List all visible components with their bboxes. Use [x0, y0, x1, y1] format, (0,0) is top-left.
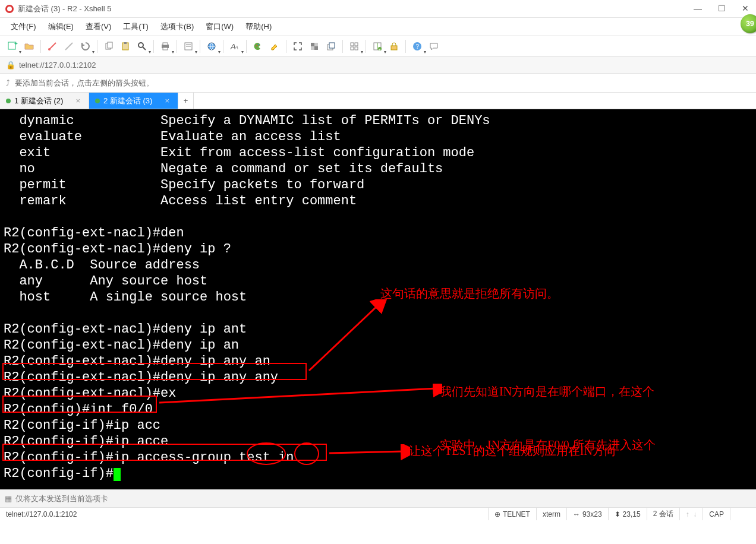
- svg-rect-8: [124, 42, 127, 44]
- copy-icon[interactable]: [101, 39, 116, 54]
- svg-point-9: [138, 43, 143, 48]
- svg-rect-23: [311, 43, 314, 46]
- menu-tabs[interactable]: 选项卡(B): [156, 19, 199, 34]
- status-url: telnet://127.0.0.1:2102: [2, 510, 80, 518]
- annotation-1: 这句话的意思就是拒绝所有访问。: [380, 284, 559, 302]
- highlight-box-1: [2, 363, 307, 380]
- menubar: 文件(F) 编辑(E) 查看(V) 工具(T) 选项卡(B) 窗口(W) 帮助(…: [0, 18, 756, 36]
- close-tab-icon[interactable]: ×: [75, 96, 80, 105]
- svg-rect-6: [108, 42, 112, 48]
- close-tab-icon[interactable]: ×: [165, 96, 169, 105]
- properties-icon[interactable]: ▾: [181, 39, 196, 54]
- connect-icon[interactable]: [45, 39, 60, 54]
- tile-icon[interactable]: ▾: [346, 39, 362, 54]
- toolbar: +▾ ▾ ▾ ▾ ▾ ▾ AA▾ ▾ +▾ ?▾: [0, 36, 756, 57]
- svg-line-39: [309, 305, 378, 371]
- paste-icon[interactable]: [118, 39, 133, 54]
- svg-rect-13: [163, 48, 168, 50]
- window-title: 新建会话 (3) - R2 - Xshell 5: [18, 4, 111, 14]
- annotation-2: 我们先知道IN方向是在哪个端口，在这个 实验中，IN方向是在F0/0,所有先进入…: [440, 347, 656, 489]
- svg-rect-24: [314, 46, 318, 50]
- close-button[interactable]: ✕: [738, 2, 752, 14]
- svg-text:+: +: [379, 47, 381, 50]
- menu-help[interactable]: 帮助(H): [241, 19, 276, 34]
- svg-rect-12: [163, 43, 168, 45]
- status-size: ↔ 93x23: [566, 508, 608, 520]
- tab-label: 2 新建会话 (3): [103, 96, 152, 106]
- svg-line-10: [143, 47, 146, 50]
- tip-text: 要添加当前会话，点击左侧的箭头按钮。: [15, 78, 154, 88]
- svg-rect-30: [355, 47, 358, 50]
- new-session-icon[interactable]: +▾: [5, 39, 20, 54]
- titlebar: 新建会话 (3) - R2 - Xshell 5 — ☐ ✕: [0, 0, 756, 18]
- svg-text:?: ?: [416, 43, 420, 50]
- color-icon[interactable]: [250, 39, 266, 54]
- arrow-1: [307, 299, 390, 377]
- font-icon[interactable]: AA▾: [227, 39, 242, 54]
- svg-text:A: A: [234, 45, 238, 50]
- svg-point-38: [295, 443, 319, 464]
- cursor: [114, 468, 121, 481]
- svg-point-21: [258, 44, 259, 45]
- svg-rect-26: [329, 43, 335, 48]
- arrow-add-icon[interactable]: ⤴: [6, 78, 10, 87]
- address-url[interactable]: telnet://127.0.0.1:2102: [19, 61, 96, 69]
- ontop-icon[interactable]: [323, 39, 339, 54]
- lock-icon[interactable]: [386, 39, 402, 54]
- add-tab-button[interactable]: +: [178, 93, 194, 109]
- disconnect-icon[interactable]: [61, 39, 77, 54]
- print-icon[interactable]: ▾: [158, 39, 173, 54]
- menu-view[interactable]: 查看(V): [81, 19, 116, 34]
- status-arrows[interactable]: ↑ ↓: [679, 508, 703, 520]
- svg-point-37: [247, 443, 285, 464]
- menu-edit[interactable]: 编辑(E): [43, 19, 78, 34]
- menu-window[interactable]: 窗口(W): [201, 19, 238, 34]
- ellipse-annotations: [232, 442, 327, 466]
- send-mode-icon[interactable]: ▦: [5, 494, 12, 503]
- svg-rect-29: [351, 47, 354, 50]
- compose-input[interactable]: [15, 494, 751, 503]
- arrow-2: [157, 384, 442, 407]
- annotation-3: 让这个TEST的这个组规则应用在IN方向: [409, 442, 616, 460]
- notification-badge[interactable]: 39: [741, 14, 756, 33]
- lock-icon-small: 🔒: [6, 61, 15, 69]
- status-protocol: ⊕ TELNET: [488, 508, 536, 520]
- transparency-icon[interactable]: [307, 39, 322, 54]
- svg-rect-34: [391, 46, 397, 50]
- reconnect-icon[interactable]: ▾: [78, 39, 93, 54]
- find-icon[interactable]: ▾: [134, 39, 150, 54]
- statusbar: telnet://127.0.0.1:2102 ⊕ TELNET xterm ↔…: [0, 507, 756, 520]
- maximize-button[interactable]: ☐: [714, 2, 729, 14]
- compose-bar: ▦: [0, 489, 756, 507]
- svg-line-41: [329, 451, 404, 453]
- status-cap: CAP: [703, 508, 730, 520]
- arrow-3: [327, 444, 410, 462]
- session-tab-2[interactable]: 2 新建会话 (3) ×: [89, 93, 178, 109]
- svg-point-20: [256, 45, 257, 46]
- open-session-icon[interactable]: [21, 39, 37, 54]
- script-icon[interactable]: +▾: [370, 39, 385, 54]
- terminal[interactable]: dynamic Specify a DYNAMIC list of PERMIT…: [0, 109, 756, 489]
- svg-rect-27: [351, 43, 354, 46]
- svg-point-4: [48, 48, 51, 50]
- tabstrip: 1 新建会话 (2) × 2 新建会话 (3) × +: [0, 93, 756, 109]
- feedback-icon[interactable]: [426, 39, 442, 54]
- status-term: xterm: [536, 508, 566, 520]
- status-dot-icon: [95, 99, 100, 103]
- session-tab-1[interactable]: 1 新建会话 (2) ×: [0, 93, 89, 109]
- fullscreen-icon[interactable]: [290, 39, 305, 54]
- highlight-icon[interactable]: [267, 39, 282, 54]
- globe-icon[interactable]: ▾: [204, 39, 219, 54]
- highlight-box-2: [2, 396, 157, 413]
- svg-line-40: [159, 388, 436, 403]
- tipbar: ⤴ 要添加当前会话，点击左侧的箭头按钮。: [0, 74, 756, 93]
- help-icon[interactable]: ?▾: [410, 39, 425, 54]
- menu-file[interactable]: 文件(F): [6, 19, 41, 34]
- minimize-button[interactable]: —: [691, 2, 705, 14]
- svg-point-1: [7, 7, 12, 11]
- app-icon: [5, 4, 14, 14]
- menu-tools[interactable]: 工具(T): [118, 19, 153, 34]
- status-dot-icon: [6, 99, 11, 103]
- tab-label: 1 新建会话 (2): [14, 96, 63, 106]
- status-resize-grip[interactable]: [730, 508, 754, 520]
